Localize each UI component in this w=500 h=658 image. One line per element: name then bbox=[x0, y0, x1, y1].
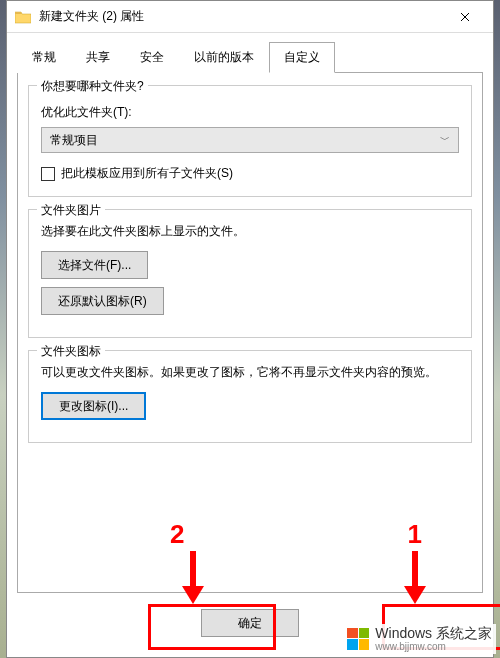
optimize-label: 优化此文件夹(T): bbox=[41, 104, 459, 121]
group-folder-picture-title: 文件夹图片 bbox=[37, 202, 105, 219]
watermark-text: Windows 系统之家 www.bjjmw.com bbox=[375, 626, 492, 652]
folder-picture-desc: 选择要在此文件夹图标上显示的文件。 bbox=[41, 222, 459, 241]
tab-previous-versions[interactable]: 以前的版本 bbox=[179, 42, 269, 73]
close-button[interactable] bbox=[445, 3, 485, 31]
group-folder-kind: 你想要哪种文件夹? 优化此文件夹(T): 常规项目 ﹀ 把此模板应用到所有子文件… bbox=[28, 85, 472, 197]
group-folder-icon-title: 文件夹图标 bbox=[37, 343, 105, 360]
folder-icon bbox=[15, 10, 31, 24]
choose-file-button[interactable]: 选择文件(F)... bbox=[41, 251, 148, 279]
folder-icon-desc: 可以更改文件夹图标。如果更改了图标，它将不再显示文件夹内容的预览。 bbox=[41, 363, 459, 382]
watermark-main: Windows 系统之家 bbox=[375, 626, 492, 641]
watermark: Windows 系统之家 www.bjjmw.com bbox=[343, 624, 496, 654]
restore-default-button[interactable]: 还原默认图标(R) bbox=[41, 287, 164, 315]
window-title: 新建文件夹 (2) 属性 bbox=[39, 8, 445, 25]
apply-subfolders-label: 把此模板应用到所有子文件夹(S) bbox=[61, 165, 233, 182]
tab-general[interactable]: 常规 bbox=[17, 42, 71, 73]
change-icon-button[interactable]: 更改图标(I)... bbox=[41, 392, 146, 420]
tab-content: 你想要哪种文件夹? 优化此文件夹(T): 常规项目 ﹀ 把此模板应用到所有子文件… bbox=[17, 73, 483, 593]
tab-security[interactable]: 安全 bbox=[125, 42, 179, 73]
tab-row: 常规 共享 安全 以前的版本 自定义 bbox=[17, 41, 483, 73]
chevron-down-icon: ﹀ bbox=[440, 133, 450, 147]
tab-share[interactable]: 共享 bbox=[71, 42, 125, 73]
tab-customize[interactable]: 自定义 bbox=[269, 42, 335, 73]
ok-button[interactable]: 确定 bbox=[201, 609, 299, 637]
group-folder-picture: 文件夹图片 选择要在此文件夹图标上显示的文件。 选择文件(F)... 还原默认图… bbox=[28, 209, 472, 338]
properties-dialog: 新建文件夹 (2) 属性 常规 共享 安全 以前的版本 自定义 你想要哪种文件夹… bbox=[6, 0, 494, 658]
group-folder-kind-title: 你想要哪种文件夹? bbox=[37, 78, 148, 95]
titlebar: 新建文件夹 (2) 属性 bbox=[7, 1, 493, 33]
optimize-dropdown[interactable]: 常规项目 ﹀ bbox=[41, 127, 459, 153]
apply-subfolders-checkbox[interactable] bbox=[41, 167, 55, 181]
apply-subfolders-row: 把此模板应用到所有子文件夹(S) bbox=[41, 165, 459, 182]
windows-logo-icon bbox=[347, 628, 369, 650]
close-icon bbox=[460, 12, 470, 22]
dropdown-value: 常规项目 bbox=[50, 132, 98, 149]
group-folder-icon: 文件夹图标 可以更改文件夹图标。如果更改了图标，它将不再显示文件夹内容的预览。 … bbox=[28, 350, 472, 443]
watermark-sub: www.bjjmw.com bbox=[375, 641, 492, 652]
